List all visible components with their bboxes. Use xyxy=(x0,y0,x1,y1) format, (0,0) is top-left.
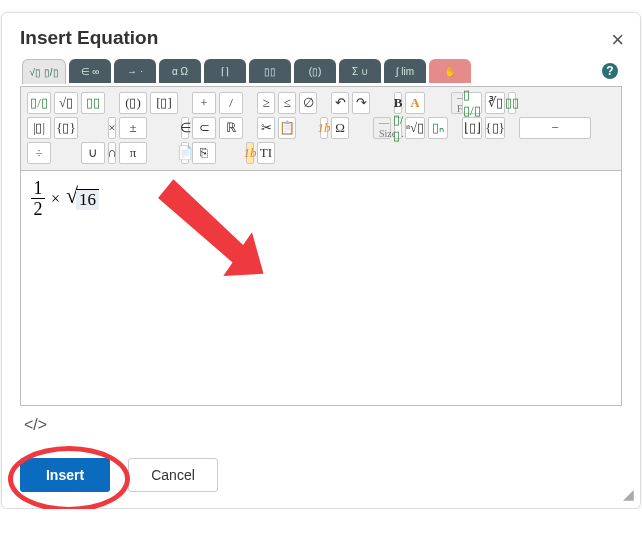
btn-dup[interactable]: ⎘ xyxy=(192,142,216,164)
equation-content: 1 2 × √ 16 xyxy=(31,179,611,218)
tab-arrows[interactable]: → ⋅ xyxy=(114,59,156,83)
btn-highlight[interactable]: 1b xyxy=(246,142,254,164)
btn-elementof[interactable]: ∈ xyxy=(181,117,189,139)
equation-editor-area[interactable]: 1 2 × √ 16 xyxy=(20,171,622,406)
undo-icon: ↶ xyxy=(335,95,346,111)
btn-braces[interactable]: {▯} xyxy=(54,117,78,139)
symbol-palette: ▯/▯ √▯ ▯▯ (▯) [▯] + / ≥ ≤ ∅ ↶ ↷ B A — Fo… xyxy=(20,86,622,171)
btn-floor[interactable]: ⌊▯⌋ xyxy=(462,117,482,139)
btn-color[interactable]: A xyxy=(405,92,425,114)
btn-bevel-fraction[interactable]: ▯/▯ xyxy=(394,117,402,139)
code-view-toggle[interactable]: </> xyxy=(24,416,47,433)
btn-redo[interactable]: ↷ xyxy=(352,92,370,114)
btn-subset[interactable]: ⊂ xyxy=(192,117,216,139)
btn-copy[interactable]: 📄 xyxy=(181,142,189,164)
copy-icon: 📄 xyxy=(177,145,193,161)
insert-button[interactable]: Insert xyxy=(20,458,110,492)
equation-category-tabs: √▯ ▯/▯ ∈ ∞ → ⋅ α Ω ⌈⌉ ▯▯ (▯) Σ ∪ ∫ lim ✋ xyxy=(20,59,622,84)
btn-plus[interactable]: + xyxy=(192,92,216,114)
cut-icon: ✂ xyxy=(261,120,272,136)
btn-italic[interactable]: 1b xyxy=(320,117,328,139)
cancel-button[interactable]: Cancel xyxy=(128,458,218,492)
btn-union[interactable]: ∪ xyxy=(81,142,105,164)
help-icon[interactable]: ? xyxy=(602,63,618,79)
btn-nthroot[interactable]: ⁿ√▯ xyxy=(405,117,425,139)
close-icon[interactable]: × xyxy=(611,27,624,53)
tab-fractions-roots[interactable]: √▯ ▯/▯ xyxy=(22,59,66,84)
tab-operators[interactable]: Σ ∪ xyxy=(339,59,381,83)
btn-undo[interactable]: ↶ xyxy=(331,92,349,114)
paste-icon: 📋 xyxy=(279,120,295,136)
insert-equation-dialog: Insert Equation × ? √▯ ▯/▯ ∈ ∞ → ⋅ α Ω ⌈… xyxy=(1,12,641,509)
btn-cut[interactable]: ✂ xyxy=(257,117,275,139)
btn-emptyset[interactable]: ∅ xyxy=(299,92,317,114)
btn-sqrt[interactable]: √▯ xyxy=(54,92,78,114)
tab-hand[interactable]: ✋ xyxy=(429,59,471,83)
dup-icon: ⎘ xyxy=(200,145,208,161)
fraction: 1 2 xyxy=(31,179,45,218)
resize-handle-icon[interactable]: ◢ xyxy=(623,486,634,502)
multiply-operator: × xyxy=(51,190,60,208)
btn-set[interactable]: {▯} xyxy=(485,117,505,139)
btn-subscript[interactable]: ▯▯ xyxy=(508,92,516,114)
numerator: 1 xyxy=(34,179,43,197)
btn-omega[interactable]: Ω xyxy=(331,117,349,139)
btn-sub[interactable]: ▯ₙ xyxy=(428,117,448,139)
btn-pi[interactable]: π xyxy=(119,142,147,164)
denominator: 2 xyxy=(34,200,43,218)
tab-scripts[interactable]: ▯▯ xyxy=(249,59,291,83)
btn-slash[interactable]: / xyxy=(219,92,243,114)
btn-abs[interactable]: |▯| xyxy=(27,117,51,139)
btn-gte[interactable]: ≥ xyxy=(257,92,275,114)
redo-icon: ↷ xyxy=(356,95,367,111)
radicand: 16 xyxy=(76,189,99,210)
btn-times[interactable]: × xyxy=(108,117,116,139)
btn-mixed-fraction[interactable]: ▯ ▯/▯ xyxy=(462,92,482,114)
btn-superscript[interactable]: ▯▯ xyxy=(81,92,105,114)
btn-paste[interactable]: 📋 xyxy=(278,117,296,139)
btn-lte[interactable]: ≤ xyxy=(278,92,296,114)
btn-brackets[interactable]: [▯] xyxy=(150,92,178,114)
btn-divide[interactable]: ÷ xyxy=(27,142,51,164)
btn-intersect[interactable]: ∩ xyxy=(108,142,116,164)
size-dropdown[interactable]: — Size... xyxy=(373,117,391,139)
tab-calculus[interactable]: ∫ lim xyxy=(384,59,426,83)
btn-minus[interactable]: − xyxy=(519,117,591,139)
btn-reals[interactable]: ℝ xyxy=(219,117,243,139)
tab-set-symbols[interactable]: ∈ ∞ xyxy=(69,59,111,83)
btn-text[interactable]: TI xyxy=(257,142,275,164)
btn-plusminus[interactable]: ± xyxy=(119,117,147,139)
btn-parens[interactable]: (▯) xyxy=(119,92,147,114)
square-root: √ 16 xyxy=(66,187,99,210)
tab-matrices[interactable]: ⌈⌉ xyxy=(204,59,246,83)
btn-bold[interactable]: B xyxy=(394,92,402,114)
btn-cbrt[interactable]: ∛▯ xyxy=(485,92,505,114)
tab-greek[interactable]: α Ω xyxy=(159,59,201,83)
editor-footer: </> xyxy=(20,416,622,434)
tab-delimiters[interactable]: (▯) xyxy=(294,59,336,83)
dialog-title: Insert Equation xyxy=(20,27,622,49)
dialog-actions: Insert Cancel xyxy=(20,458,622,492)
btn-fraction[interactable]: ▯/▯ xyxy=(27,92,51,114)
